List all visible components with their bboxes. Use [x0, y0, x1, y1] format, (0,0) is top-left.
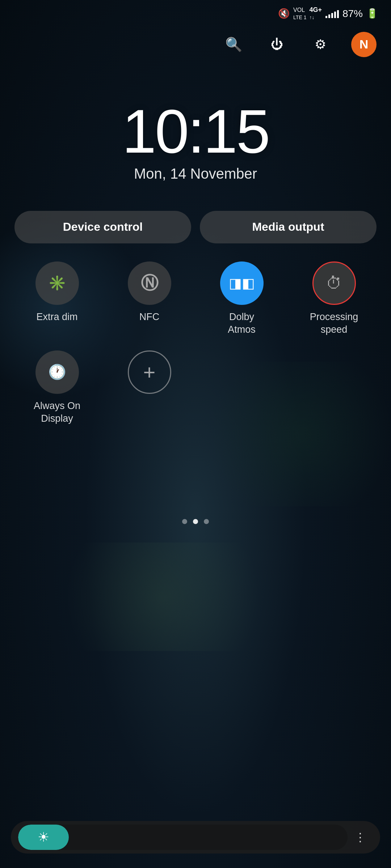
pagination-dots: [0, 425, 391, 524]
toggle-add[interactable]: +: [107, 350, 192, 425]
pagination-dot-1: [182, 519, 187, 524]
pagination-dot-2: [193, 519, 198, 524]
nfc-label: NFC: [139, 311, 160, 323]
network-info: VOLLTE 1 4G+↑↓: [293, 7, 322, 21]
nfc-icon-circle: Ⓝ: [128, 261, 171, 305]
dolby-atmos-icon: ◨◧: [229, 275, 255, 291]
power-button[interactable]: ⏻: [264, 32, 290, 57]
nfc-icon: Ⓝ: [141, 272, 158, 295]
always-on-display-icon-circle: 🕐: [35, 350, 79, 394]
network-type: 4G+↑↓: [309, 7, 322, 21]
toggle-always-on-display[interactable]: 🕐 Always OnDisplay: [14, 350, 100, 425]
battery-percentage: 87%: [342, 8, 363, 20]
quick-actions: Device control Media output: [0, 182, 391, 243]
processing-speed-label: Processingspeed: [310, 311, 358, 336]
dolby-atmos-icon-circle: ◨◧: [220, 261, 264, 305]
search-button[interactable]: 🔍: [221, 32, 246, 57]
processing-speed-icon: ⏱: [326, 274, 342, 292]
add-button-circle[interactable]: +: [128, 350, 171, 394]
add-icon: +: [143, 362, 156, 383]
media-output-label: Media output: [252, 220, 324, 234]
settings-button[interactable]: ⚙: [308, 32, 333, 57]
toggle-extra-dim[interactable]: ✳️ Extra dim: [14, 261, 100, 336]
bottom-brightness-bar: ☀ ⋮: [11, 821, 380, 854]
mute-icon: 🔇: [278, 8, 290, 19]
always-on-display-icon: 🕐: [48, 363, 66, 380]
status-icons: 🔇 VOLLTE 1 4G+↑↓ 87% 🔋: [278, 7, 378, 21]
toggle-grid-row1: ✳️ Extra dim Ⓝ NFC ◨◧ DolbyAtmos ⏱ Proce…: [0, 243, 391, 336]
clock-date: Mon, 14 November: [0, 166, 391, 182]
extra-dim-icon-circle: ✳️: [35, 261, 79, 305]
always-on-display-label: Always OnDisplay: [34, 400, 80, 425]
settings-icon: ⚙: [315, 37, 326, 52]
brightness-slider[interactable]: ☀: [18, 825, 348, 850]
media-output-button[interactable]: Media output: [200, 211, 377, 243]
battery-icon: 🔋: [366, 8, 378, 19]
toggle-grid-row2: 🕐 Always OnDisplay +: [0, 336, 391, 425]
avatar-label: N: [360, 37, 369, 51]
clock-time: 10:15: [0, 101, 391, 162]
avatar-button[interactable]: N: [351, 32, 377, 57]
toggle-nfc[interactable]: Ⓝ NFC: [107, 261, 192, 336]
clock-section: 10:15 Mon, 14 November: [0, 57, 391, 182]
brightness-menu-icon: ⋮: [354, 830, 366, 844]
extra-dim-label: Extra dim: [36, 311, 77, 323]
extra-dim-icon: ✳️: [48, 275, 66, 292]
device-control-label: Device control: [63, 220, 143, 234]
vol-label: VOLLTE 1: [293, 7, 306, 21]
device-control-button[interactable]: Device control: [14, 211, 191, 243]
search-icon: 🔍: [225, 37, 242, 52]
toggle-dolby-atmos[interactable]: ◨◧ DolbyAtmos: [199, 261, 284, 336]
power-icon: ⏻: [271, 37, 283, 51]
processing-speed-icon-circle: ⏱: [312, 261, 356, 305]
top-actions: 🔍 ⏻ ⚙ N: [0, 21, 391, 57]
brightness-fill: ☀: [18, 825, 69, 850]
status-bar: 🔇 VOLLTE 1 4G+↑↓ 87% 🔋: [0, 0, 391, 21]
brightness-menu-button[interactable]: ⋮: [348, 825, 373, 850]
dolby-atmos-label: DolbyAtmos: [228, 311, 256, 336]
toggle-processing-speed[interactable]: ⏱ Processingspeed: [291, 261, 377, 336]
brightness-sun-icon: ☀: [38, 830, 49, 845]
signal-bars-icon: [325, 9, 339, 18]
pagination-dot-3: [204, 519, 209, 524]
